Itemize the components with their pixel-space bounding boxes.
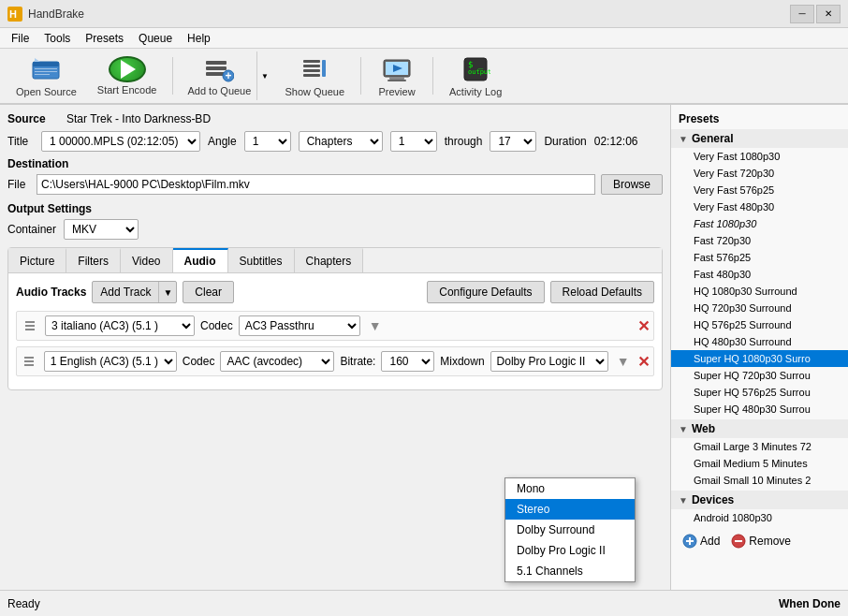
- preset-gmail-small[interactable]: Gmail Small 10 Minutes 2: [671, 472, 848, 489]
- preset-hq-576p25-surround[interactable]: HQ 576p25 Surround: [671, 316, 848, 333]
- status-text: Ready: [7, 597, 40, 610]
- track-handle-1[interactable]: [21, 316, 39, 335]
- track-2-select[interactable]: 1 English (AC3) (5.1 ): [44, 351, 177, 372]
- svg-rect-6: [35, 74, 50, 75]
- start-encode-label: Start Encode: [97, 84, 157, 95]
- svg-rect-13: [303, 65, 320, 67]
- add-track-button[interactable]: Add Track ▼: [92, 281, 177, 303]
- source-value: Star Trek - Into Darkness-BD: [66, 112, 211, 125]
- tab-filters[interactable]: Filters: [66, 248, 121, 272]
- track-1-expand-button[interactable]: ▼: [366, 316, 385, 335]
- track-2-expand-button[interactable]: ▼: [614, 352, 632, 371]
- preset-group-devices-header[interactable]: ▼ Devices: [671, 491, 848, 509]
- tab-picture[interactable]: Picture: [8, 248, 66, 272]
- configure-defaults-button[interactable]: Configure Defaults: [427, 281, 544, 303]
- menu-tools[interactable]: Tools: [37, 30, 78, 47]
- mixdown-option-dolby-surround[interactable]: Dolby Surround: [505, 520, 635, 540]
- preset-super-hq-1080p30[interactable]: Super HQ 1080p30 Surro: [671, 350, 848, 367]
- activity-log-button[interactable]: $ _ output Activity Log: [441, 51, 510, 100]
- browse-button[interactable]: Browse: [601, 174, 663, 195]
- source-row: Source Star Trek - Into Darkness-BD: [7, 112, 663, 125]
- title-label: Title: [7, 135, 34, 148]
- menu-file[interactable]: File: [4, 30, 37, 47]
- chapters-to-select[interactable]: 17: [490, 131, 536, 152]
- start-encode-button[interactable]: Start Encode: [89, 51, 166, 100]
- svg-rect-8: [206, 66, 227, 70]
- toolbar-separator-1: [172, 57, 173, 95]
- preset-very-fast-480p30[interactable]: Very Fast 480p30: [671, 198, 848, 215]
- mixdown-option-dolby-prologic[interactable]: Dolby Pro Logic II: [505, 540, 635, 561]
- preview-button[interactable]: Preview: [369, 51, 425, 100]
- preset-very-fast-720p30[interactable]: Very Fast 720p30: [671, 165, 848, 182]
- preset-very-fast-576p25[interactable]: Very Fast 576p25: [671, 182, 848, 198]
- preset-group-web-label: Web: [692, 422, 715, 435]
- source-label: Source: [7, 112, 59, 125]
- mixdown-select[interactable]: Dolby Pro Logic II: [490, 351, 609, 372]
- menu-help[interactable]: Help: [180, 30, 218, 47]
- preset-remove-button[interactable]: Remove: [727, 532, 795, 550]
- svg-rect-28: [24, 360, 34, 362]
- track-2-remove-button[interactable]: ✕: [637, 353, 650, 371]
- add-to-queue-button[interactable]: + Add to Queue ▼: [181, 51, 272, 100]
- show-queue-button[interactable]: Show Queue: [276, 51, 353, 100]
- preset-android-1080p30[interactable]: Android 1080p30: [671, 509, 848, 526]
- preset-group-web-header[interactable]: ▼ Web: [671, 419, 848, 438]
- menu-presets[interactable]: Presets: [78, 30, 131, 47]
- preset-hq-720p30-surround[interactable]: HQ 720p30 Surround: [671, 300, 848, 316]
- container-row: Container MKV: [7, 219, 663, 240]
- preset-hq-480p30-surround[interactable]: HQ 480p30 Surround: [671, 333, 848, 350]
- destination-label: Destination: [7, 157, 663, 170]
- add-track-dropdown-icon[interactable]: ▼: [159, 282, 176, 302]
- add-to-queue-dropdown-button[interactable]: ▼: [256, 51, 271, 100]
- chapters-from-select[interactable]: 1: [390, 131, 437, 152]
- title-bar: H HandBrake ─ ✕: [0, 0, 848, 28]
- codec-1-label: Codec: [200, 319, 233, 332]
- audio-header-right: Configure Defaults Reload Defaults: [427, 281, 654, 303]
- preset-super-hq-720p30[interactable]: Super HQ 720p30 Surrou: [671, 367, 848, 384]
- mixdown-option-5-1[interactable]: 5.1 Channels: [505, 561, 635, 581]
- track-handle-2[interactable]: [21, 352, 38, 371]
- menu-queue[interactable]: Queue: [131, 30, 180, 47]
- web-chevron-icon: ▼: [679, 424, 688, 434]
- preset-fast-720p30[interactable]: Fast 720p30: [671, 232, 848, 249]
- tab-video[interactable]: Video: [121, 248, 172, 272]
- preview-icon: [382, 54, 412, 84]
- file-input[interactable]: [37, 174, 595, 195]
- angle-select[interactable]: 1: [244, 131, 291, 152]
- chapters-type-select[interactable]: Chapters: [299, 131, 383, 152]
- container-select[interactable]: MKV: [64, 219, 139, 240]
- preset-super-hq-480p30[interactable]: Super HQ 480p30 Surrou: [671, 401, 848, 418]
- minimize-button[interactable]: ─: [790, 5, 814, 23]
- open-source-button[interactable]: Open Source: [7, 51, 85, 100]
- toolbar-separator-2: [360, 57, 361, 95]
- add-track-label[interactable]: Add Track: [93, 282, 159, 302]
- track-1-remove-button[interactable]: ✕: [637, 317, 650, 335]
- preset-add-label: Add: [700, 535, 720, 548]
- preset-group-general-header[interactable]: ▼ General: [671, 129, 848, 148]
- title-select[interactable]: 1 00000.MPLS (02:12:05): [41, 131, 200, 152]
- preset-group-devices-label: Devices: [692, 493, 734, 506]
- mixdown-option-mono[interactable]: Mono: [505, 478, 635, 499]
- track-1-select[interactable]: 3 italiano (AC3) (5.1 ): [45, 315, 195, 336]
- codec-2-select[interactable]: AAC (avcodec): [220, 351, 334, 372]
- mixdown-option-stereo[interactable]: Stereo: [505, 499, 635, 520]
- preset-add-button[interactable]: Add: [679, 532, 724, 550]
- preset-super-hq-576p25[interactable]: Super HQ 576p25 Surrou: [671, 384, 848, 401]
- tab-subtitles[interactable]: Subtitles: [228, 248, 295, 272]
- codec-1-select[interactable]: AC3 Passthru: [239, 315, 360, 336]
- tab-chapters[interactable]: Chapters: [295, 248, 364, 272]
- reload-defaults-button[interactable]: Reload Defaults: [550, 281, 654, 303]
- tab-audio[interactable]: Audio: [173, 248, 228, 272]
- clear-button[interactable]: Clear: [183, 281, 234, 303]
- preset-very-fast-1080p30[interactable]: Very Fast 1080p30: [671, 148, 848, 165]
- preset-fast-1080p30[interactable]: Fast 1080p30: [671, 215, 848, 232]
- add-to-queue-main[interactable]: + Add to Queue: [182, 51, 256, 100]
- preset-fast-576p25[interactable]: Fast 576p25: [671, 249, 848, 266]
- preset-gmail-large[interactable]: Gmail Large 3 Minutes 72: [671, 438, 848, 455]
- preset-fast-480p30[interactable]: Fast 480p30: [671, 266, 848, 283]
- close-button[interactable]: ✕: [816, 5, 841, 23]
- activity-log-label: Activity Log: [449, 86, 502, 97]
- preset-hq-1080p30-surround[interactable]: HQ 1080p30 Surround: [671, 283, 848, 300]
- preset-gmail-medium[interactable]: Gmail Medium 5 Minutes: [671, 455, 848, 472]
- bitrate-select[interactable]: 160: [381, 351, 434, 372]
